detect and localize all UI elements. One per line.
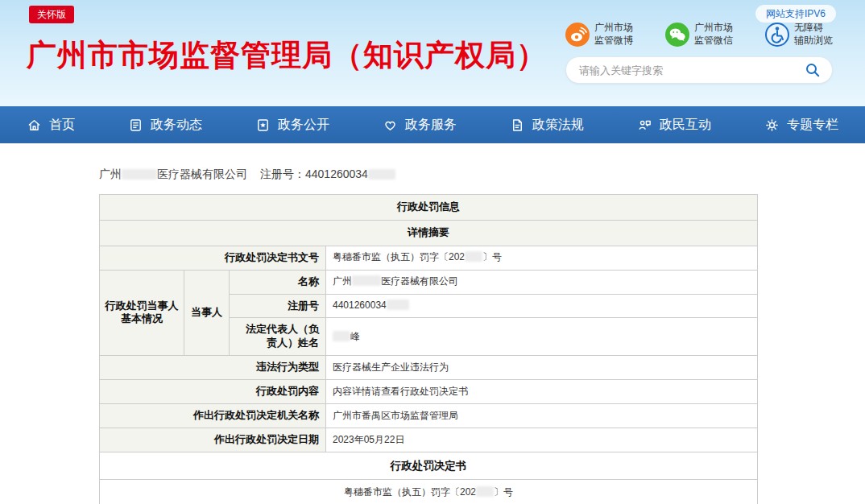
authority-label: 作出行政处罚决定机关名称 xyxy=(100,404,326,428)
table-row: 详情摘要 xyxy=(100,220,758,246)
table-row: 行政处罚信息 xyxy=(100,195,758,221)
ipv6-badge[interactable]: 网站支持IPV6 xyxy=(755,5,836,23)
site-header: 关怀版 网站支持IPV6 广州市市场监督管理局（知识产权局） 广州市场 xyxy=(0,0,865,106)
nav-item-label: 政务动态 xyxy=(151,117,202,134)
table-row: 行政处罚当事人基本情况 当事人 名称 广州医疗器械有限公司 xyxy=(100,270,758,294)
page: 关怀版 网站支持IPV6 广州市市场监督管理局（知识产权局） 广州市场 xyxy=(0,0,865,504)
table-title: 行政处罚信息 xyxy=(100,195,758,221)
nav-item-home[interactable]: 首页 xyxy=(17,106,85,143)
interaction-icon xyxy=(637,118,652,133)
accessibility-icon xyxy=(765,23,789,47)
reg-no-label: 注册号 xyxy=(230,294,326,318)
redacted-text xyxy=(122,169,157,180)
nav-item-label: 专题专栏 xyxy=(787,117,838,134)
decision-date-label: 作出行政处罚决定日期 xyxy=(100,428,326,452)
doc-no-label: 行政处罚决定书文号 xyxy=(100,246,326,270)
registration-number: 注册号：4401260034 xyxy=(260,167,395,180)
company-summary-line: 广州医疗器械有限公司注册号：4401260034 xyxy=(99,167,758,182)
accessibility-link[interactable]: 无障碍 辅助浏览 xyxy=(765,22,833,47)
nav-item-interaction[interactable]: 政民互动 xyxy=(627,106,721,143)
nav-item-label: 首页 xyxy=(49,117,75,134)
nav-item-label: 政策法规 xyxy=(532,117,584,134)
redacted-text xyxy=(387,300,409,310)
quick-links: 广州市场 监管微博 xyxy=(565,22,833,47)
legal-rep-value: 峰 xyxy=(326,318,758,356)
accessibility-link-label: 无障碍 辅助浏览 xyxy=(794,22,833,47)
policy-doc-icon xyxy=(510,118,525,133)
table-row: 行政处罚决定书 xyxy=(100,452,758,480)
news-doc-icon xyxy=(128,118,143,133)
table-row: 作出行政处罚决定日期 2023年05月22日 xyxy=(100,428,758,452)
wechat-link-label: 广州市场 监管微信 xyxy=(694,22,733,47)
weibo-link-label: 广州市场 监管微博 xyxy=(594,22,633,47)
wechat-link[interactable]: 广州市场 监管微信 xyxy=(665,22,733,47)
decision-doc-number: 粤穗番市监（执五）罚字〔202〕号 xyxy=(101,486,755,499)
wechat-icon xyxy=(665,23,689,47)
search-box xyxy=(565,56,833,84)
nav-item-news[interactable]: 政务动态 xyxy=(118,106,212,143)
party-label: 当事人 xyxy=(184,270,230,356)
company-name: 广州医疗器械有限公司 xyxy=(99,167,247,180)
main-nav: 首页 政务动态 政务公开 xyxy=(0,106,865,143)
legal-rep-label: 法定代表人（负责人）姓名 xyxy=(230,318,326,356)
search-icon[interactable] xyxy=(805,62,821,78)
penalty-info-table: 行政处罚信息 详情摘要 行政处罚决定书文号 粤穗番市监（执五）罚字〔202〕号 … xyxy=(99,194,758,504)
nav-item-services[interactable]: 政务服务 xyxy=(373,106,466,143)
violation-type-label: 违法行为类型 xyxy=(100,356,326,380)
main-content: 广州医疗器械有限公司注册号：4401260034 行政处罚信息 详情摘要 行政处… xyxy=(99,167,758,504)
nav-item-special[interactable]: 专题专栏 xyxy=(755,106,848,143)
penalty-content-value: 内容详情请查看行政处罚决定书 xyxy=(326,380,758,404)
table-row: 作出行政处罚决定机关名称 广州市番禺区市场监督管理局 xyxy=(100,404,758,428)
decision-date-value: 2023年05月22日 xyxy=(326,428,758,452)
nav-item-label: 政务公开 xyxy=(278,117,329,134)
table-row: 粤穗番市监（执五）罚字〔202〕号 罚款200500元 xyxy=(100,480,758,504)
decision-doc-body: 粤穗番市监（执五）罚字〔202〕号 罚款200500元 xyxy=(100,480,758,504)
party-group-label: 行政处罚当事人基本情况 xyxy=(100,270,184,356)
table-row: 行政处罚内容 内容详情请查看行政处罚决定书 xyxy=(100,380,758,404)
table-row: 违法行为类型 医疗器械生产企业违法行为 xyxy=(100,356,758,380)
redacted-text xyxy=(352,275,381,286)
penalty-content-label: 行政处罚内容 xyxy=(100,380,326,404)
summary-section-title: 详情摘要 xyxy=(100,220,758,246)
decision-doc-title: 行政处罚决定书 xyxy=(100,452,758,480)
nav-item-disclosure[interactable]: 政务公开 xyxy=(246,106,339,143)
name-label: 名称 xyxy=(230,270,326,294)
nav-item-label: 政民互动 xyxy=(660,117,711,134)
site-title: 广州市市场监督管理局（知识产权局） xyxy=(27,35,547,76)
redacted-text xyxy=(465,251,482,262)
doc-no-value: 粤穗番市监（执五）罚字〔202〕号 xyxy=(326,246,758,270)
reg-no-value: 4401260034 xyxy=(326,294,758,318)
authority-value: 广州市番禺区市场监督管理局 xyxy=(326,404,758,428)
weibo-icon xyxy=(565,23,590,47)
heart-icon xyxy=(383,118,398,133)
redacted-text xyxy=(368,169,395,180)
search-input[interactable] xyxy=(577,64,805,77)
table-row: 行政处罚决定书文号 粤穗番市监（执五）罚字〔202〕号 xyxy=(100,246,758,270)
redacted-text xyxy=(333,331,350,341)
nav-item-policies[interactable]: 政策法规 xyxy=(500,106,594,143)
weibo-link[interactable]: 广州市场 监管微博 xyxy=(565,22,633,47)
name-value: 广州医疗器械有限公司 xyxy=(326,270,758,294)
redacted-text xyxy=(476,486,494,497)
gear-badge-icon xyxy=(764,118,780,133)
care-mode-badge[interactable]: 关怀版 xyxy=(29,6,74,23)
header-right: 广州市场 监管微博 xyxy=(565,22,833,84)
nav-item-label: 政务服务 xyxy=(405,117,457,134)
doc-star-icon xyxy=(255,118,271,133)
violation-type-value: 医疗器械生产企业违法行为 xyxy=(326,356,758,380)
home-icon xyxy=(27,118,42,133)
